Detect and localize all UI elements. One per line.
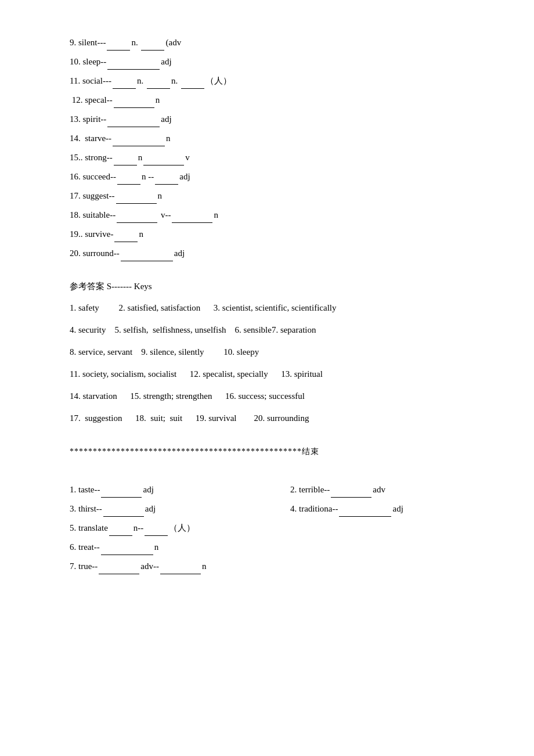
blank-t3-1 [103,516,144,517]
blank-16-2 [155,184,178,185]
t-question-1: 1. taste--adj [70,482,244,498]
blank-t2-1 [331,497,371,498]
question-11: 11. social---n. n. （人） [70,73,476,89]
blank-19-1 [114,242,138,242]
question-10: 10. sleep--adj [70,54,476,70]
question-15: 15.. strong--nv [70,150,476,165]
answer-title: 参考答案 S------- Keys [70,279,476,294]
blank-11-2 [147,88,170,89]
t-question-3: 3. thirst--adj [70,501,244,517]
blank-9-2 [141,50,164,51]
blank-10-1 [107,69,160,70]
question-17: 17. suggest--n [70,188,476,204]
question-13: 13. spirit--adj [70,111,476,127]
question-9: 9. silent---n. (adv [70,35,476,51]
blank-t1-1 [101,497,142,498]
answer-section: 参考答案 S------- Keys 1. safety 2. satisfie… [70,279,476,427]
answer-line-4: 11. society, socialism, socialist 12. sp… [70,365,476,383]
question-12: 12. specal--n [70,92,476,108]
blank-t5-1 [109,535,132,536]
t-questions-section: 1. taste--adj 2. terrible--adv 3. thirst… [70,482,476,574]
question-19: 19.. survive-n [70,226,476,242]
blank-9-1 [107,50,130,51]
answer-line-6: 17. suggestion 18. suit; suit 19. surviv… [70,409,476,427]
blank-t7-2 [160,574,201,574]
question-16: 16. succeed--n --adj [70,169,476,185]
section-divider: ****************************************… [70,444,476,459]
t-question-6: 6. treat--n [70,539,476,555]
blank-18-1 [117,222,157,223]
question-20: 20. surround--adj [70,246,476,261]
answer-line-3: 8. service, servant 9. silence, silently… [70,343,476,361]
t-question-row-1: 1. taste--adj 2. terrible--adv [70,482,476,498]
blank-16-1 [117,184,140,185]
blank-13-1 [107,127,160,127]
question-18: 18. suitable-- v--n [70,207,476,223]
blank-15-1 [114,165,137,165]
t-question-2: 2. terrible--adv [290,482,464,498]
blank-t6-1 [101,555,153,555]
t-question-7: 7. true--adv--n [70,559,476,574]
t-question-5: 5. translaten--（人） [70,520,476,536]
blank-15-2 [143,165,184,165]
answer-line-2: 4. security 5. selfish, selfishness, uns… [70,321,476,339]
blank-12-1 [114,107,154,108]
blank-t7-1 [99,574,139,574]
blank-20-1 [121,261,173,261]
blank-t5-2 [145,535,168,536]
t-question-row-2: 3. thirst--adj 4. traditiona--adj [70,501,476,517]
blank-14-1 [113,146,165,146]
question-14: 14. starve--n [70,131,476,146]
answer-line-5: 14. starvation 15. strength; strengthen … [70,387,476,405]
blank-11-1 [113,88,136,89]
blank-18-2 [172,222,212,223]
blank-17-1 [116,203,157,204]
page-content: 9. silent---n. (adv 10. sleep--adj 11. s… [70,35,476,574]
answer-line-1: 1. safety 2. satisfied, satisfaction 3. … [70,299,476,316]
blank-t4-1 [339,516,391,517]
blank-11-3 [181,88,204,89]
t-question-4: 4. traditiona--adj [290,501,464,517]
s-questions-section: 9. silent---n. (adv 10. sleep--adj 11. s… [70,35,476,261]
